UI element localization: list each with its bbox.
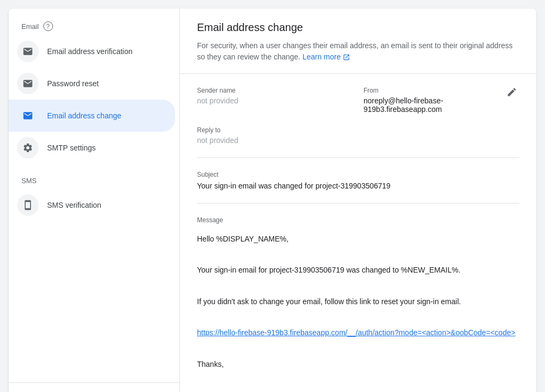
reply-to-label: Reply to [197, 126, 519, 134]
from-label: From [364, 87, 504, 94]
help-icon[interactable]: ? [43, 21, 53, 31]
reply-to-row: Reply to not provided [197, 126, 519, 145]
email-edit-button[interactable] [504, 85, 519, 101]
phone-icon [22, 200, 33, 210]
message-line-2: Your sign-in email for project-319903506… [197, 263, 519, 277]
reply-to-value: not provided [197, 136, 519, 145]
password-reset-icon-container [17, 73, 39, 94]
message-line-spacer-3 [197, 311, 519, 324]
sidebar-item-label: Password reset [47, 79, 99, 88]
subject-section: Subject Your sign-in email was changed f… [197, 171, 519, 190]
divider [197, 157, 519, 158]
main-description: For security, when a user changes their … [197, 40, 519, 63]
message-section: Message Hello %DISPLAY_NAME%, Your sign-… [197, 216, 519, 392]
message-line-spacer-5 [197, 373, 519, 387]
sidebar: Email ? Email address verification [9, 9, 180, 392]
message-line-spacer-4 [197, 342, 519, 355]
subject-value: Your sign-in email was changed for proje… [197, 182, 519, 190]
settings-icon [22, 142, 33, 153]
email-verification-icon-container [17, 41, 39, 62]
mail-icon [22, 46, 33, 57]
sender-name-value: not provided [197, 96, 338, 105]
email-change-icon-container [17, 105, 39, 126]
message-line-3: If you didn't ask to change your email, … [197, 295, 519, 308]
divider-2 [197, 203, 519, 203]
page-title: Email address change [197, 21, 519, 34]
mail-icon [22, 110, 33, 121]
main-body: Sender name not provided From noreply@he… [180, 74, 536, 392]
sidebar-item-sms-verification[interactable]: SMS verification [9, 189, 175, 221]
pencil-icon [506, 87, 517, 97]
description-text: For security, when a user changes their … [197, 41, 513, 61]
sender-from-row: Sender name not provided From noreply@he… [197, 87, 519, 114]
sidebar-item-email-verification[interactable]: Email address verification [9, 35, 175, 67]
sender-name-group: Sender name not provided [197, 87, 338, 114]
external-link-icon [343, 54, 350, 61]
sidebar-item-email-change[interactable]: Email address change [9, 100, 175, 132]
subject-label: Subject [197, 171, 519, 178]
sidebar-item-label: Email address change [47, 111, 122, 120]
sidebar-footer: Template language English [9, 382, 179, 392]
email-section-label: Email ? [9, 13, 179, 35]
sidebar-item-label: Email address verification [47, 47, 133, 56]
smtp-icon-container [17, 137, 39, 159]
message-line-spacer-1 [197, 248, 519, 261]
message-line-team: Your project-319903506719 team [197, 389, 519, 392]
reset-link[interactable]: https://hello-firebase-919b3.firebaseapp… [197, 328, 516, 337]
learn-more-link[interactable]: Learn more [302, 51, 350, 63]
message-body: Hello %DISPLAY_NAME%, Your sign-in email… [197, 232, 519, 392]
sms-section-label: SMS [9, 168, 179, 189]
sidebar-item-password-reset[interactable]: Password reset [9, 67, 175, 100]
from-value: noreply@hello-firebase-919b3.firebaseapp… [364, 96, 504, 114]
message-line-1: Hello %DISPLAY_NAME%, [197, 232, 519, 246]
sender-from-fields: Sender name not provided From noreply@he… [197, 87, 504, 114]
mail-icon [22, 78, 33, 89]
from-group: From noreply@hello-firebase-919b3.fireba… [364, 87, 504, 114]
sidebar-item-label: SMS verification [47, 201, 101, 209]
reply-to-group: Reply to not provided [197, 126, 519, 145]
message-label: Message [197, 216, 519, 224]
message-line-link: https://hello-firebase-919b3.firebaseapp… [197, 326, 519, 340]
sms-icon-container [17, 194, 39, 216]
sidebar-item-label: SMTP settings [47, 144, 96, 152]
learn-more-text: Learn more [302, 51, 341, 63]
message-line-spacer-2 [197, 280, 519, 293]
main-content: Email address change For security, when … [180, 9, 536, 392]
sender-name-label: Sender name [197, 87, 338, 94]
email-label-text: Email [21, 22, 39, 31]
message-line-thanks: Thanks, [197, 358, 519, 371]
sidebar-item-smtp-settings[interactable]: SMTP settings [9, 132, 175, 164]
main-header: Email address change For security, when … [180, 9, 536, 74]
